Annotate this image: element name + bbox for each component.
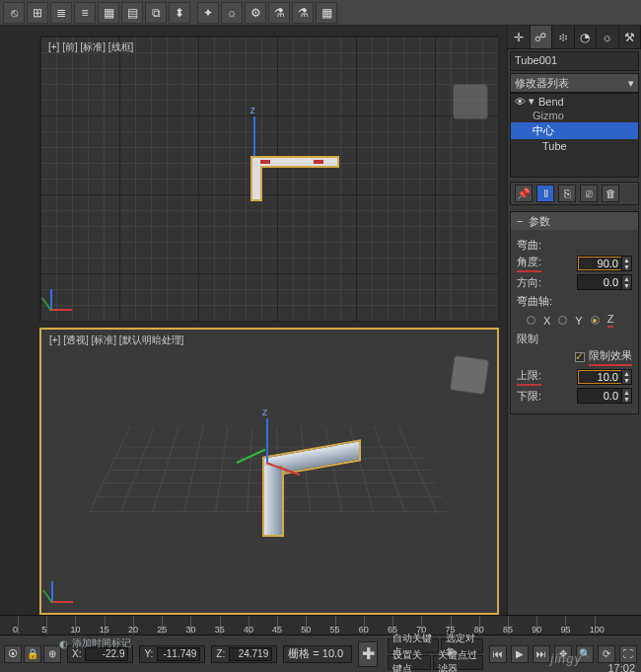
toolbar-btn-9[interactable]: ☼ bbox=[221, 2, 243, 24]
rollout-collapse-icon: − bbox=[517, 215, 523, 227]
toolbar-btn-6[interactable]: ⧉ bbox=[145, 2, 167, 24]
angle-up[interactable]: ▲ bbox=[621, 257, 631, 263]
tab-utilities[interactable]: ⚒ bbox=[619, 26, 642, 48]
tick-60: 60 bbox=[359, 625, 369, 635]
lower-limit-value[interactable]: 0.0 bbox=[578, 390, 621, 402]
coord-y[interactable]: Y: -11.749 bbox=[139, 645, 205, 663]
toolbar-btn-13[interactable]: ▦ bbox=[316, 2, 337, 24]
tab-modify[interactable]: ☍ bbox=[531, 26, 553, 48]
expand-icon[interactable]: ▾ bbox=[529, 95, 534, 108]
angle-spinner[interactable]: 90.0 ▲▼ bbox=[577, 256, 632, 271]
status-icon-1[interactable]: ⦿ bbox=[4, 645, 22, 663]
tab-hierarchy[interactable]: ፨ bbox=[552, 26, 575, 48]
tab-motion[interactable]: ◔ bbox=[575, 26, 598, 48]
viewcube-front[interactable] bbox=[453, 84, 488, 119]
tick-50: 50 bbox=[301, 625, 311, 635]
nav-orbit[interactable]: ⟳ bbox=[598, 645, 615, 663]
axis-z-radio[interactable] bbox=[591, 316, 600, 325]
rollout-parameters-title: 参数 bbox=[529, 214, 550, 229]
coord-z-value[interactable]: 24.719 bbox=[229, 647, 272, 661]
limit-effect-checkbox[interactable] bbox=[575, 352, 585, 362]
tick-5: 5 bbox=[41, 625, 46, 635]
tab-display[interactable]: ☼ bbox=[597, 26, 619, 48]
coord-y-value[interactable]: -11.749 bbox=[157, 647, 200, 661]
key-filter-button[interactable]: 关键点过滤器 bbox=[433, 655, 483, 670]
add-key-button[interactable]: ✚ bbox=[358, 641, 378, 667]
tick-40: 40 bbox=[244, 625, 253, 635]
tick-20: 20 bbox=[128, 625, 138, 635]
mod-gizmo-label: Gizmo bbox=[533, 110, 564, 121]
upper-down[interactable]: ▼ bbox=[621, 377, 631, 384]
angle-value[interactable]: 90.0 bbox=[578, 258, 621, 269]
toolbar-btn-5[interactable]: ▤ bbox=[121, 2, 143, 24]
top-toolbar: ⎋ ⊞ ≣ ≡ ▦ ▤ ⧉ ⬍ ✦ ☼ ⚙ ⚗ ⚗ ▦ bbox=[0, 0, 641, 26]
toolbar-btn-3[interactable]: ≡ bbox=[74, 2, 96, 24]
tick-45: 45 bbox=[272, 625, 282, 635]
tick-35: 35 bbox=[215, 625, 225, 635]
toolbar-btn-7[interactable]: ⬍ bbox=[169, 2, 190, 24]
object-perspective-view bbox=[239, 448, 367, 547]
group-bend-label: 弯曲: bbox=[517, 238, 632, 253]
modifier-list-dropdown[interactable]: 修改器列表 ▾ bbox=[510, 73, 639, 93]
mod-gizmo[interactable]: Gizmo bbox=[511, 109, 638, 122]
main-area: [+] [前] [标准] [线框] [+] [透视] [标准] [默认明暗处理] bbox=[0, 26, 641, 615]
viewport-perspective[interactable]: [+] [透视] [标准] [默认明暗处理] z bbox=[39, 328, 499, 616]
upper-limit-spinner[interactable]: 10.0 ▲▼ bbox=[577, 369, 632, 385]
modifier-stack[interactable]: 👁 ▾ Bend Gizmo 中心 Tube bbox=[510, 93, 639, 178]
axis-x-radio[interactable] bbox=[527, 316, 535, 325]
axis-x-label: X bbox=[543, 315, 550, 327]
make-unique-button[interactable]: ⎘ bbox=[558, 185, 576, 202]
tick-55: 55 bbox=[330, 625, 340, 635]
direction-spinner[interactable]: 0.0 ▲▼ bbox=[577, 274, 632, 290]
mod-bend-label: Bend bbox=[538, 96, 564, 108]
toolbar-btn-12[interactable]: ⚗ bbox=[292, 2, 314, 24]
pin-stack-button[interactable]: 📌 bbox=[515, 185, 533, 202]
nav-max[interactable]: ⛶ bbox=[619, 645, 637, 663]
direction-value[interactable]: 0.0 bbox=[578, 276, 621, 288]
toolbar-btn-8[interactable]: ✦ bbox=[197, 2, 219, 24]
mod-bend[interactable]: 👁 ▾ Bend bbox=[511, 94, 638, 109]
timeline[interactable]: 0 5 10 15 20 25 30 35 40 45 50 55 60 65 … bbox=[0, 615, 641, 635]
toolbar-btn-2[interactable]: ≣ bbox=[50, 2, 72, 24]
mod-tube[interactable]: Tube bbox=[511, 139, 638, 153]
nav-next-key[interactable]: ⏭ bbox=[533, 645, 550, 663]
viewport-front[interactable]: [+] [前] [标准] [线框] bbox=[39, 36, 499, 322]
toolbar-btn-11[interactable]: ⚗ bbox=[268, 2, 290, 24]
upper-up[interactable]: ▲ bbox=[621, 370, 631, 377]
nav-play[interactable]: ▶ bbox=[511, 645, 529, 663]
visibility-icon[interactable]: 👁 bbox=[515, 96, 525, 108]
lower-limit-spinner[interactable]: 0.0 ▲▼ bbox=[577, 388, 632, 404]
coord-z[interactable]: Z: 24.719 bbox=[211, 645, 277, 663]
show-end-result-button[interactable]: Ⅱ bbox=[536, 185, 554, 202]
tick-30: 30 bbox=[185, 625, 195, 635]
mod-center[interactable]: 中心 bbox=[511, 122, 638, 139]
tick-85: 85 bbox=[503, 625, 513, 635]
rollout-parameters-header[interactable]: − 参数 bbox=[511, 212, 638, 230]
tick-25: 25 bbox=[157, 625, 167, 635]
lower-up[interactable]: ▲ bbox=[621, 389, 631, 396]
lock-icon[interactable]: 🔒 bbox=[24, 645, 41, 663]
remove-modifier-button[interactable]: ⎚ bbox=[580, 185, 598, 202]
add-time-tag[interactable]: ◐ 添加时间标记 bbox=[59, 636, 131, 650]
toolbar-btn-4[interactable]: ▦ bbox=[98, 2, 119, 24]
direction-label: 方向: bbox=[517, 275, 541, 290]
nav-prev-key[interactable]: ⏮ bbox=[489, 645, 507, 663]
group-limit-label: 限制 bbox=[517, 332, 632, 346]
tab-create[interactable]: ✛ bbox=[508, 26, 531, 48]
toolbar-btn-1[interactable]: ⊞ bbox=[27, 2, 48, 24]
direction-up[interactable]: ▲ bbox=[621, 275, 631, 282]
axis-y-radio[interactable] bbox=[558, 316, 567, 325]
lower-down[interactable]: ▼ bbox=[621, 396, 631, 403]
tick-90: 90 bbox=[532, 625, 541, 635]
viewport-front-label[interactable]: [+] [前] [标准] [线框] bbox=[48, 40, 133, 54]
upper-limit-value[interactable]: 10.0 bbox=[578, 371, 621, 383]
configure-sets-button[interactable]: 🗑 bbox=[602, 185, 619, 202]
toolbar-btn-10[interactable]: ⚙ bbox=[245, 2, 266, 24]
set-key-button[interactable]: 设置关键点 bbox=[388, 655, 431, 670]
object-name-field[interactable]: Tube001 bbox=[510, 51, 639, 71]
angle-down[interactable]: ▼ bbox=[621, 263, 631, 270]
axis-tripod-front bbox=[50, 283, 78, 311]
toolbar-btn-0[interactable]: ⎋ bbox=[3, 2, 25, 24]
direction-down[interactable]: ▼ bbox=[621, 282, 631, 289]
grid-size: 栅格 = 10.0 bbox=[283, 645, 352, 663]
